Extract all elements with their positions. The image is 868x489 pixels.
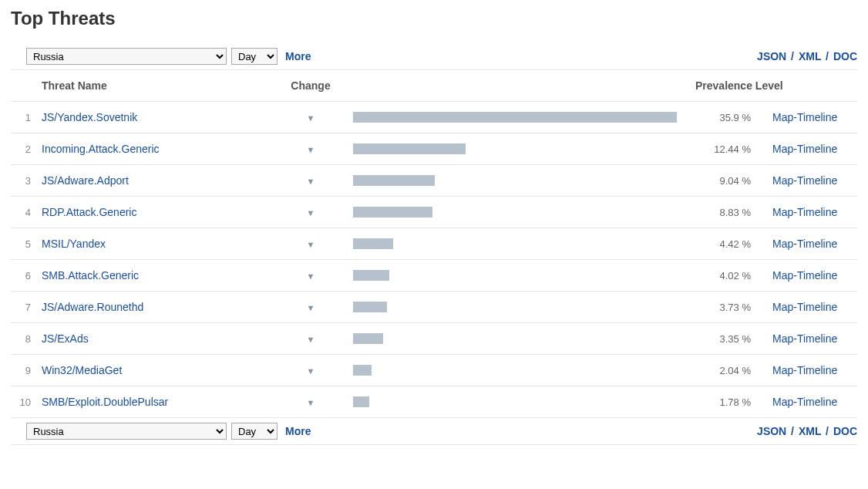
map-timeline-link[interactable]: Map-Timeline: [772, 206, 837, 218]
change-cell: ▼: [268, 396, 353, 408]
rank-cell: 8: [11, 333, 37, 345]
map-timeline-cell: Map-Timeline: [772, 143, 857, 155]
bar-fill: [353, 270, 389, 281]
bar-fill: [353, 175, 435, 186]
more-link-bottom[interactable]: More: [285, 425, 311, 437]
bar-track: [353, 143, 677, 154]
map-timeline-link[interactable]: Map-Timeline: [772, 364, 837, 376]
change-cell: ▼: [268, 206, 353, 218]
country-select-bottom[interactable]: Russia: [26, 423, 227, 440]
bar-fill: [353, 302, 387, 312]
prevalence-pct-cell: 3.73 %: [695, 302, 772, 313]
export-sep: /: [826, 425, 829, 437]
prevalence-pct-cell: 4.02 %: [695, 270, 772, 282]
caret-down-icon: ▼: [307, 398, 315, 407]
threat-name-link[interactable]: RDP.Attack.Generic: [42, 206, 136, 218]
table-body: 1JS/Yandex.Sovetnik▼35.9 %Map-Timeline2I…: [11, 101, 857, 417]
map-timeline-cell: Map-Timeline: [772, 396, 857, 408]
threat-name-link[interactable]: SMB.Attack.Generic: [42, 269, 139, 282]
export-sep: /: [826, 50, 829, 62]
prevalence-pct-cell: 2.04 %: [695, 365, 772, 376]
more-link[interactable]: More: [285, 50, 311, 62]
prevalence-bar-cell: [353, 333, 695, 344]
rank-cell: 9: [11, 365, 37, 376]
map-timeline-link[interactable]: Map-Timeline: [772, 111, 837, 123]
map-timeline-link[interactable]: Map-Timeline: [772, 301, 837, 313]
threat-name-link[interactable]: SMB/Exploit.DoublePulsar: [42, 396, 168, 408]
prevalence-pct-cell: 35.9 %: [695, 112, 772, 123]
change-cell: ▼: [268, 301, 353, 313]
threat-name-link[interactable]: JS/ExAds: [42, 332, 89, 345]
export-json-link-bottom[interactable]: JSON: [757, 425, 786, 437]
toolbar-bottom: Russia Day More JSON / XML / DOC: [11, 417, 857, 445]
table-row: 9Win32/MediaGet▼2.04 %Map-Timeline: [11, 354, 857, 386]
map-timeline-cell: Map-Timeline: [772, 111, 857, 123]
export-xml-link[interactable]: XML: [799, 50, 821, 62]
threat-name-link[interactable]: Win32/MediaGet: [42, 364, 122, 376]
prevalence-pct-cell: 4.42 %: [695, 238, 772, 250]
table-row: 3JS/Adware.Adport▼9.04 %Map-Timeline: [11, 164, 857, 196]
caret-down-icon: ▼: [307, 240, 315, 249]
caret-down-icon: ▼: [307, 303, 315, 312]
country-select[interactable]: Russia: [26, 48, 227, 65]
export-doc-link[interactable]: DOC: [833, 50, 857, 62]
rank-cell: 7: [11, 302, 37, 313]
prevalence-bar-cell: [353, 396, 695, 407]
col-header-change: Change: [268, 79, 353, 92]
map-timeline-cell: Map-Timeline: [772, 174, 857, 187]
rank-cell: 6: [11, 270, 37, 282]
threat-name-cell: SMB.Attack.Generic: [37, 269, 268, 282]
caret-down-icon: ▼: [307, 271, 315, 281]
export-xml-link-bottom[interactable]: XML: [799, 425, 821, 437]
prevalence-pct-cell: 12.44 %: [695, 143, 772, 155]
col-header-name: Threat Name: [37, 79, 268, 92]
map-timeline-cell: Map-Timeline: [772, 364, 857, 376]
caret-down-icon: ▼: [307, 177, 315, 186]
threat-name-cell: Win32/MediaGet: [37, 364, 268, 376]
threat-name-cell: JS/Yandex.Sovetnik: [37, 111, 268, 123]
map-timeline-cell: Map-Timeline: [772, 269, 857, 282]
map-timeline-link[interactable]: Map-Timeline: [772, 332, 837, 345]
period-select[interactable]: Day: [231, 48, 278, 65]
table-row: 6SMB.Attack.Generic▼4.02 %Map-Timeline: [11, 259, 857, 291]
export-json-link[interactable]: JSON: [757, 50, 786, 62]
change-cell: ▼: [268, 143, 353, 155]
threat-name-link[interactable]: Incoming.Attack.Generic: [42, 143, 160, 155]
threat-name-cell: MSIL/Yandex: [37, 238, 268, 250]
map-timeline-link[interactable]: Map-Timeline: [772, 269, 837, 282]
threat-name-cell: JS/Adware.Rounethd: [37, 301, 268, 313]
bar-track: [353, 238, 677, 249]
bar-fill: [353, 333, 383, 344]
table-header: Threat Name Change Prevalence Level: [11, 69, 857, 101]
period-select-bottom[interactable]: Day: [231, 423, 278, 440]
toolbar-left: Russia Day More: [26, 48, 311, 65]
bar-track: [353, 333, 677, 344]
threat-name-cell: RDP.Attack.Generic: [37, 206, 268, 218]
map-timeline-cell: Map-Timeline: [772, 301, 857, 313]
threat-name-cell: JS/ExAds: [37, 332, 268, 345]
map-timeline-link[interactable]: Map-Timeline: [772, 396, 837, 408]
prevalence-bar-cell: [353, 270, 695, 281]
caret-down-icon: ▼: [307, 145, 315, 154]
table-row: 8JS/ExAds▼3.35 %Map-Timeline: [11, 322, 857, 354]
bar-fill: [353, 143, 466, 154]
threat-name-link[interactable]: MSIL/Yandex: [42, 238, 106, 250]
table-row: 10SMB/Exploit.DoublePulsar▼1.78 %Map-Tim…: [11, 386, 857, 417]
map-timeline-link[interactable]: Map-Timeline: [772, 143, 837, 155]
threat-name-cell: JS/Adware.Adport: [37, 174, 268, 187]
bar-track: [353, 302, 677, 312]
map-timeline-link[interactable]: Map-Timeline: [772, 238, 837, 250]
threat-name-link[interactable]: JS/Yandex.Sovetnik: [42, 111, 137, 123]
threat-name-link[interactable]: JS/Adware.Rounethd: [42, 301, 143, 313]
toolbar-top: Russia Day More JSON / XML / DOC: [11, 43, 857, 69]
map-timeline-link[interactable]: Map-Timeline: [772, 174, 837, 187]
col-header-prevalence: Prevalence Level: [695, 79, 857, 92]
export-doc-link-bottom[interactable]: DOC: [833, 425, 857, 437]
threat-name-link[interactable]: JS/Adware.Adport: [42, 174, 129, 187]
bar-fill: [353, 238, 393, 249]
change-cell: ▼: [268, 238, 353, 250]
change-cell: ▼: [268, 364, 353, 376]
prevalence-bar-cell: [353, 238, 695, 249]
export-links-bottom: JSON / XML / DOC: [757, 425, 857, 437]
change-cell: ▼: [268, 111, 353, 123]
